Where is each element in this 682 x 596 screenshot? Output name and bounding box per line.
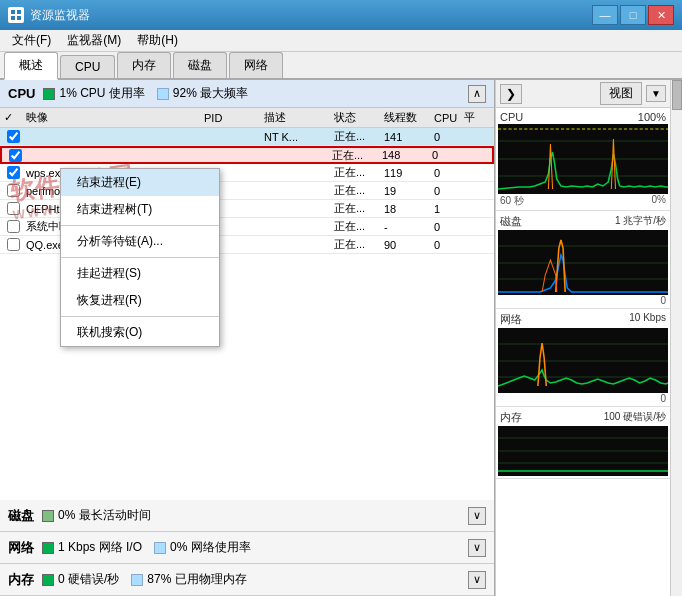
memory-chart-value: 100 硬错误/秒 (604, 410, 666, 425)
memory-chart-section: 内存 100 硬错误/秒 (496, 407, 670, 479)
right-panel: ❯ 视图 ▼ CPU 100% (495, 80, 670, 596)
col-desc[interactable]: 描述 (262, 110, 332, 125)
network-chart (498, 328, 668, 393)
disk-section-title: 磁盘 (8, 507, 34, 525)
cpu-chart-section: CPU 100% (496, 108, 670, 211)
cpu-stat1-indicator (43, 88, 55, 100)
close-button[interactable]: ✕ (648, 5, 674, 25)
svg-rect-0 (11, 10, 15, 14)
context-menu: 结束进程(E) 结束进程树(T) 分析等待链(A)... 挂起进程(S) 恢复进… (60, 168, 220, 347)
cpu-table-header: ✓ 映像 PID 描述 状态 线程数 CPU 平 (0, 108, 494, 128)
view-button[interactable]: 视图 (600, 82, 642, 105)
context-menu-item-analyze[interactable]: 分析等待链(A)... (61, 228, 219, 255)
minimize-button[interactable]: — (592, 5, 618, 25)
disk-section[interactable]: 磁盘 0% 最长活动时间 ∨ (0, 500, 494, 532)
context-menu-item-resume[interactable]: 恢复进程(R) (61, 287, 219, 314)
network-stat1-indicator (42, 542, 54, 554)
cpu-section-header[interactable]: CPU 1% CPU 使用率 92% 最大频率 ∧ (0, 80, 494, 108)
network-section[interactable]: 网络 1 Kbps 网络 I/O 0% 网络使用率 ∨ (0, 532, 494, 564)
col-cpu[interactable]: CPU (432, 112, 462, 124)
memory-stat2: 87% 已用物理内存 (131, 571, 246, 588)
tab-cpu[interactable]: CPU (60, 55, 115, 78)
col-avg[interactable]: 平 (462, 110, 492, 125)
expand-icon-button[interactable]: ❯ (500, 84, 522, 104)
menu-help[interactable]: 帮助(H) (129, 30, 186, 51)
network-chart-label: 网络 (500, 312, 522, 327)
memory-stat1-indicator (42, 574, 54, 586)
cpu-table-body[interactable]: NT K... 正在... 141 0 正在... 148 (0, 128, 494, 500)
col-pid[interactable]: PID (202, 112, 262, 124)
memory-chart-label: 内存 (500, 410, 522, 425)
col-check: ✓ (2, 111, 24, 124)
memory-expand-button[interactable]: ∨ (468, 571, 486, 589)
col-name[interactable]: 映像 (24, 110, 202, 125)
memory-section[interactable]: 内存 0 硬错误/秒 87% 已用物理内存 ∨ (0, 564, 494, 596)
tab-disk[interactable]: 磁盘 (173, 52, 227, 78)
network-chart-value-right: 0 (660, 393, 666, 404)
svg-rect-3 (17, 16, 21, 20)
disk-stat1-indicator (42, 510, 54, 522)
tab-bar: 概述 CPU 内存 磁盘 网络 (0, 52, 682, 80)
disk-chart-value-right: 0 (660, 295, 666, 306)
memory-chart (498, 426, 668, 476)
cpu-chart (498, 124, 668, 194)
cpu-chart-label: CPU (500, 111, 523, 123)
app-icon (8, 7, 24, 23)
row-checkbox[interactable] (7, 130, 20, 143)
context-menu-separator (61, 225, 219, 226)
title-bar: 资源监视器 — □ ✕ (0, 0, 682, 30)
svg-rect-1 (17, 10, 21, 14)
cpu-section-title: CPU (8, 86, 35, 101)
memory-section-title: 内存 (8, 571, 34, 589)
right-panel-header: ❯ 视图 ▼ (496, 80, 670, 108)
right-scrollbar[interactable] (670, 80, 682, 596)
context-menu-item-end-tree[interactable]: 结束进程树(T) (61, 196, 219, 223)
context-menu-separator (61, 316, 219, 317)
context-menu-item-suspend[interactable]: 挂起进程(S) (61, 260, 219, 287)
network-section-title: 网络 (8, 539, 34, 557)
memory-stat2-indicator (131, 574, 143, 586)
context-menu-item-search[interactable]: 联机搜索(O) (61, 319, 219, 346)
row-checkbox[interactable] (7, 220, 20, 233)
context-menu-item-end-process[interactable]: 结束进程(E) (61, 169, 219, 196)
menu-bar: 文件(F) 监视器(M) 帮助(H) (0, 30, 682, 52)
network-stat2: 0% 网络使用率 (154, 539, 251, 556)
network-expand-button[interactable]: ∨ (468, 539, 486, 557)
tab-overview[interactable]: 概述 (4, 52, 58, 80)
table-row[interactable]: NT K... 正在... 141 0 (0, 128, 494, 146)
disk-chart-label: 磁盘 (500, 214, 522, 229)
row-checkbox[interactable] (9, 149, 22, 162)
network-chart-section: 网络 10 Kbps 0 (496, 309, 670, 407)
tab-network[interactable]: 网络 (229, 52, 283, 78)
cpu-chart-time: 60 秒 (500, 194, 524, 208)
app-title: 资源监视器 (30, 7, 592, 24)
disk-chart-section: 磁盘 1 兆字节/秒 0 (496, 211, 670, 309)
menu-file[interactable]: 文件(F) (4, 30, 59, 51)
row-checkbox[interactable] (7, 184, 20, 197)
disk-chart-value: 1 兆字节/秒 (615, 214, 666, 229)
memory-stat1: 0 硬错误/秒 (42, 571, 119, 588)
cpu-section: CPU 1% CPU 使用率 92% 最大频率 ∧ 软件自学网 WWW.RJZX… (0, 80, 494, 500)
disk-stat1: 0% 最长活动时间 (42, 507, 151, 524)
network-stat1: 1 Kbps 网络 I/O (42, 539, 142, 556)
row-checkbox[interactable] (7, 166, 20, 179)
network-chart-value: 10 Kbps (629, 312, 666, 327)
view-dropdown-button[interactable]: ▼ (646, 85, 666, 102)
table-row[interactable]: 正在... 148 0 (0, 146, 494, 164)
cpu-chart-pct: 0% (652, 194, 666, 208)
disk-chart (498, 230, 668, 295)
cpu-stat2: 92% 最大频率 (157, 85, 248, 102)
col-status[interactable]: 状态 (332, 110, 382, 125)
svg-rect-2 (11, 16, 15, 20)
menu-monitor[interactable]: 监视器(M) (59, 30, 129, 51)
network-stat2-indicator (154, 542, 166, 554)
cpu-stat2-indicator (157, 88, 169, 100)
col-threads[interactable]: 线程数 (382, 110, 432, 125)
cpu-stat1: 1% CPU 使用率 (43, 85, 144, 102)
maximize-button[interactable]: □ (620, 5, 646, 25)
tab-memory[interactable]: 内存 (117, 52, 171, 78)
row-checkbox[interactable] (7, 202, 20, 215)
row-checkbox[interactable] (7, 238, 20, 251)
cpu-expand-button[interactable]: ∧ (468, 85, 486, 103)
disk-expand-button[interactable]: ∨ (468, 507, 486, 525)
